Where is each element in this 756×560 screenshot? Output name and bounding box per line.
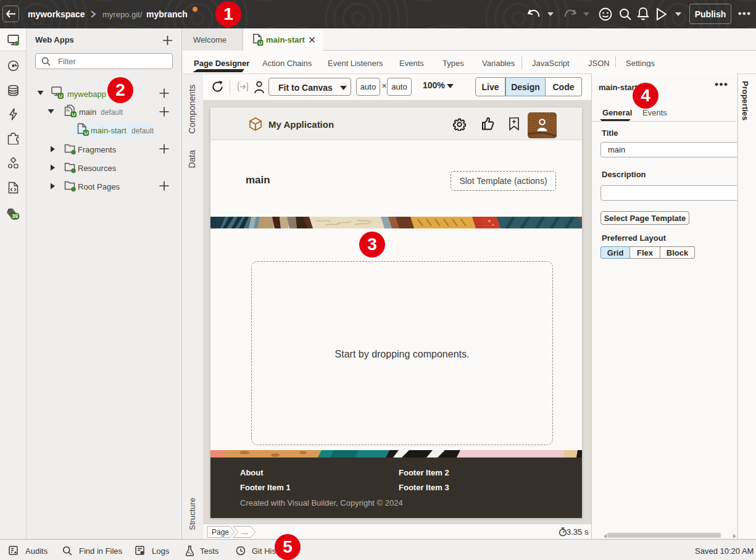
svg-text:U: U [259, 40, 262, 46]
svg-text:U: U [72, 112, 75, 117]
svg-text:Page: Page [212, 528, 229, 537]
svg-text:...: ... [242, 527, 248, 536]
svg-text:U: U [59, 93, 62, 99]
svg-text:U: U [84, 130, 88, 136]
svg-text:39: 39 [12, 213, 18, 219]
